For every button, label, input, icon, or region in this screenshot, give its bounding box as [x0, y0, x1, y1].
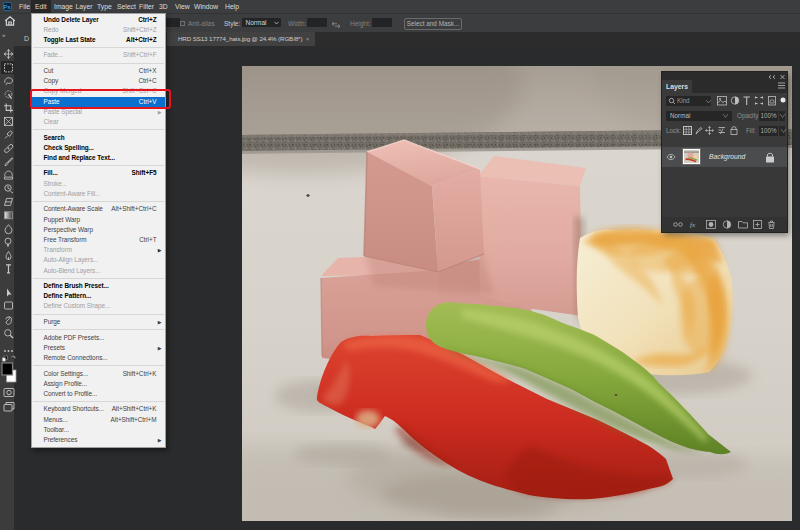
svg-text:fx: fx	[690, 221, 696, 229]
